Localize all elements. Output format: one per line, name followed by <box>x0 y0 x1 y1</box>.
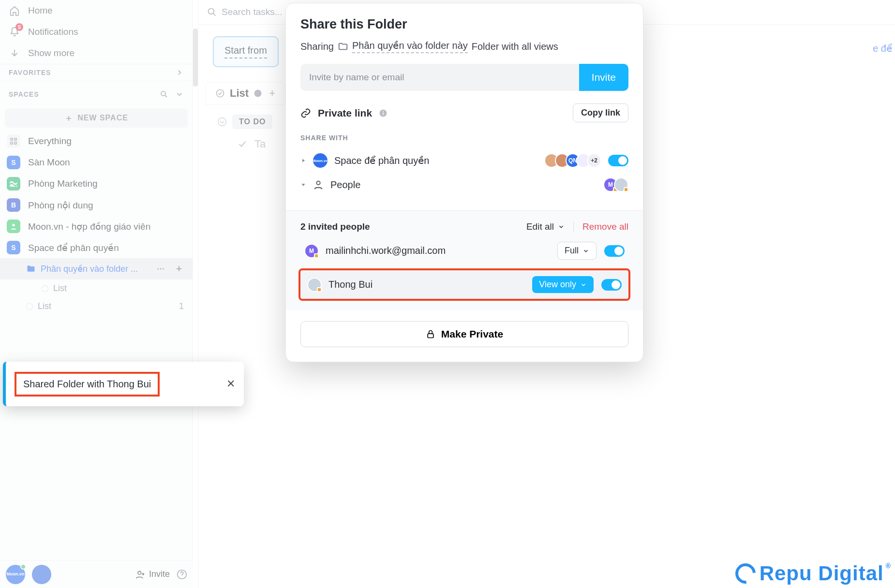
edit-all-button[interactable]: Edit all <box>526 221 565 232</box>
toggle-switch[interactable] <box>601 279 622 291</box>
avatar-count: +2 <box>587 153 601 168</box>
copy-link-button[interactable]: Copy link <box>573 103 628 122</box>
space-share-label: Space để phân quyền <box>334 155 429 166</box>
make-private-label: Make Private <box>441 328 503 340</box>
brand-logo-icon <box>731 559 760 588</box>
remove-all-button[interactable]: Remove all <box>582 221 628 232</box>
person-row-highlighted: Thong Bui View only <box>300 270 628 299</box>
folder-name[interactable]: Phân quyền vào folder này <box>352 40 468 53</box>
share-modal: Share this Folder Sharing Phân quyền vào… <box>285 3 643 362</box>
avatar: M <box>304 244 319 258</box>
share-with-header: SHARE WITH <box>300 134 628 142</box>
invited-count: 2 invited people <box>300 221 370 232</box>
brand-watermark: Repu Digital® <box>735 562 891 585</box>
info-icon[interactable] <box>379 109 388 118</box>
chevron-down-icon <box>558 223 565 230</box>
toast-notification: Shared Folder with Thong Bui ✕ <box>3 362 244 406</box>
caret-right-icon[interactable] <box>300 158 306 163</box>
permission-dropdown[interactable]: Full <box>557 242 597 260</box>
edit-all-label: Edit all <box>526 221 554 232</box>
make-private-button[interactable]: Make Private <box>300 321 628 347</box>
invite-button[interactable]: Invite <box>579 64 628 91</box>
lock-icon <box>426 329 435 339</box>
caret-down-icon[interactable] <box>300 182 306 188</box>
svg-rect-16 <box>383 112 384 115</box>
avatar-stack[interactable]: QN +2 <box>544 153 601 168</box>
permission-label: View only <box>539 279 576 290</box>
space-avatar: Moon.vn <box>313 153 328 168</box>
private-link-label: Private link <box>318 107 372 119</box>
svg-point-17 <box>383 111 384 112</box>
toggle-switch[interactable] <box>604 245 625 257</box>
share-row-people[interactable]: People M <box>300 173 628 197</box>
avatar <box>307 278 322 292</box>
person-row: M mailinhchi.work@gmail.com Full <box>300 236 628 265</box>
toast-text: Shared Folder with Thong Bui <box>15 372 160 397</box>
close-icon[interactable]: ✕ <box>226 378 235 390</box>
person-icon <box>313 179 324 190</box>
chevron-down-icon <box>580 281 587 288</box>
avatar-stack[interactable]: M <box>603 177 628 192</box>
share-row-space[interactable]: Moon.vn Space để phân quyền QN +2 <box>300 148 628 173</box>
folder-icon <box>338 41 348 52</box>
person-name: Thong Bui <box>328 279 373 290</box>
sharing-label: Sharing <box>300 41 334 52</box>
svg-rect-19 <box>428 334 433 338</box>
link-icon <box>300 108 311 118</box>
permission-dropdown[interactable]: View only <box>532 276 594 293</box>
folder-suffix: Folder with all views <box>472 41 558 52</box>
people-label: People <box>330 179 360 191</box>
toggle-switch[interactable] <box>608 155 628 166</box>
person-name: mailinhchi.work@gmail.com <box>326 245 446 256</box>
avatar <box>614 177 628 192</box>
invite-input[interactable] <box>300 64 579 91</box>
svg-point-18 <box>316 181 320 185</box>
permission-label: Full <box>565 246 579 256</box>
modal-title: Share this Folder <box>300 17 628 32</box>
brand-text: Repu Digital <box>760 562 884 585</box>
chevron-down-icon <box>582 248 589 254</box>
